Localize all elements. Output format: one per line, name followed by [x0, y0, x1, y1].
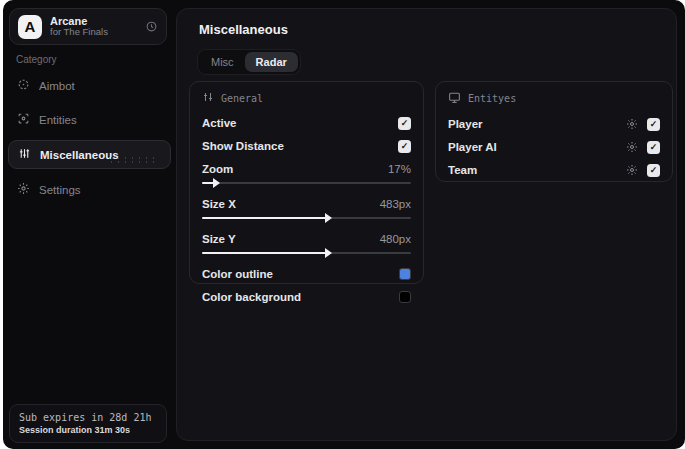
setting-row-color-outline: Color outline — [202, 266, 411, 282]
tab-misc[interactable]: Misc — [200, 52, 245, 72]
setting-label: Active — [202, 117, 237, 129]
sidebar-item-miscellaneous[interactable]: Miscellaneous — [8, 140, 171, 169]
entity-row-player: Player ✓ — [448, 116, 660, 132]
size-x-slider[interactable] — [202, 214, 411, 222]
general-panel-header: General — [202, 91, 411, 105]
zoom-value: 17% — [388, 163, 411, 175]
entity-label: Player AI — [448, 141, 497, 153]
session-duration-text: Session duration 31m 30s — [19, 425, 157, 435]
setting-label: Color background — [202, 291, 301, 303]
sidebar: A Arcane for The Finals Category Aimbot — [3, 0, 176, 449]
active-checkbox[interactable]: ✓ — [398, 117, 411, 130]
setting-label: Show Distance — [202, 140, 284, 152]
setting-label: Color outline — [202, 268, 273, 280]
zoom-slider[interactable] — [202, 179, 411, 187]
setting-row-color-background: Color background — [202, 289, 411, 305]
entity-controls: ✓ — [626, 164, 660, 177]
sidebar-nav: Aimbot Entities — [8, 72, 171, 210]
entity-row-player-ai: Player AI ✓ — [448, 139, 660, 155]
slider-thumb[interactable] — [325, 213, 332, 223]
app-logo: A — [18, 15, 42, 39]
subscription-card: Sub expires in 28d 21h Session duration … — [9, 404, 167, 443]
color-outline-swatch[interactable] — [399, 268, 411, 280]
size-x-value: 483px — [380, 198, 411, 210]
entity-controls: ✓ — [626, 118, 660, 131]
dots-decoration — [108, 156, 160, 164]
show-distance-checkbox[interactable]: ✓ — [398, 140, 411, 153]
scan-box-icon — [17, 112, 30, 127]
setting-label: Zoom — [202, 163, 233, 175]
player-ai-checkbox[interactable]: ✓ — [647, 141, 660, 154]
entities-panel: Entityes Player ✓ Player AI — [435, 81, 673, 182]
tab-radar[interactable]: Radar — [245, 52, 298, 72]
page-title: Miscellaneous — [199, 22, 288, 37]
sliders-icon — [202, 91, 214, 105]
gear-icon — [17, 182, 30, 197]
entity-row-team: Team ✓ — [448, 162, 660, 178]
general-panel-title: General — [221, 93, 263, 104]
setting-row-size-y: Size Y 480px — [202, 231, 411, 247]
sidebar-item-label: Entities — [39, 114, 77, 126]
category-label: Category — [16, 54, 57, 65]
size-y-slider[interactable] — [202, 249, 411, 257]
entity-label: Team — [448, 164, 477, 176]
color-background-swatch[interactable] — [399, 291, 411, 303]
refresh-icon[interactable] — [145, 20, 158, 33]
sidebar-item-label: Settings — [39, 184, 81, 196]
general-panel: General Active ✓ Show Distance ✓ Zoom 17… — [189, 81, 424, 284]
tab-bar: Misc Radar — [197, 49, 301, 75]
app-window: A Arcane for The Finals Category Aimbot — [3, 0, 685, 449]
player-checkbox[interactable]: ✓ — [647, 118, 660, 131]
setting-label: Size Y — [202, 233, 236, 245]
gear-icon[interactable] — [626, 141, 638, 153]
sliders-vertical-icon — [18, 147, 31, 162]
sidebar-item-entities[interactable]: Entities — [8, 106, 171, 133]
setting-row-zoom: Zoom 17% — [202, 161, 411, 177]
setting-row-active: Active ✓ — [202, 115, 411, 131]
entities-panel-header: Entityes — [448, 91, 660, 106]
sub-expiry-text: Sub expires in 28d 21h — [19, 412, 157, 423]
sidebar-item-settings[interactable]: Settings — [8, 176, 171, 203]
entities-panel-title: Entityes — [468, 93, 516, 104]
app-subtitle: for The Finals — [50, 27, 145, 38]
entity-controls: ✓ — [626, 141, 660, 154]
brand-text: Arcane for The Finals — [50, 15, 145, 39]
main-panel: Miscellaneous Misc Radar General Active … — [176, 8, 677, 441]
setting-label: Size X — [202, 198, 236, 210]
slider-track — [202, 182, 411, 184]
size-y-value: 480px — [380, 233, 411, 245]
gear-icon[interactable] — [626, 164, 638, 176]
sidebar-item-aimbot[interactable]: Aimbot — [8, 72, 171, 99]
brand-card: A Arcane for The Finals — [9, 8, 167, 45]
sidebar-item-label: Miscellaneous — [40, 149, 119, 161]
crosshair-icon — [17, 78, 30, 93]
team-checkbox[interactable]: ✓ — [647, 164, 660, 177]
sidebar-item-label: Aimbot — [39, 80, 75, 92]
entity-label: Player — [448, 118, 483, 130]
setting-row-size-x: Size X 483px — [202, 196, 411, 212]
slider-thumb[interactable] — [213, 178, 220, 188]
slider-fill — [202, 252, 327, 254]
setting-row-show-distance: Show Distance ✓ — [202, 138, 411, 154]
monitor-icon — [448, 91, 461, 106]
slider-fill — [202, 217, 327, 219]
slider-thumb[interactable] — [325, 248, 332, 258]
gear-icon[interactable] — [626, 118, 638, 130]
